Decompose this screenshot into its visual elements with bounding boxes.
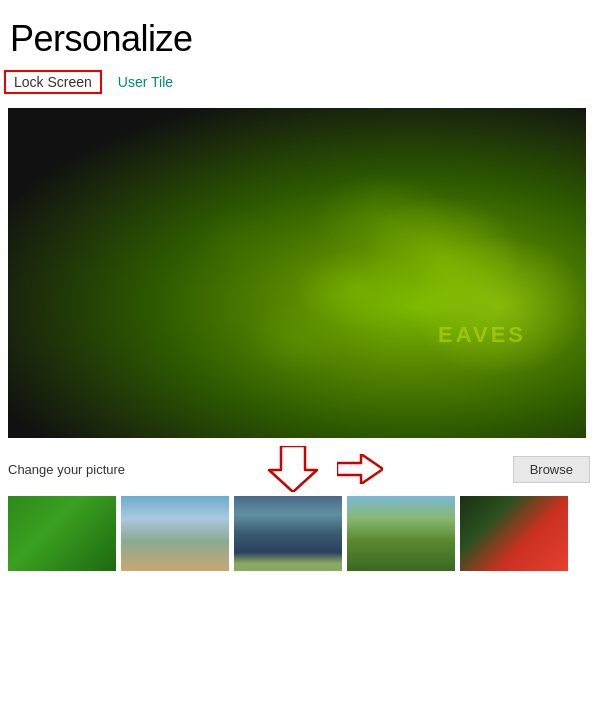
preview-background: EAVES — [8, 108, 586, 438]
browse-button[interactable]: Browse — [513, 456, 590, 483]
svg-marker-0 — [269, 446, 317, 492]
thumbnail-4[interactable] — [347, 496, 455, 571]
change-picture-label: Change your picture — [8, 462, 125, 477]
right-arrow-icon — [337, 454, 383, 484]
svg-marker-1 — [337, 454, 383, 484]
tab-lock-screen[interactable]: Lock Screen — [4, 70, 102, 94]
thumbnail-5[interactable] — [460, 496, 568, 571]
leaf-cluster-overlay — [8, 108, 586, 438]
eaves-text: EAVES — [438, 322, 526, 348]
tab-user-tile[interactable]: User Tile — [118, 72, 173, 92]
preview-container: EAVES — [8, 108, 586, 438]
page-title: Personalize — [0, 0, 598, 70]
down-arrow-icon — [263, 446, 323, 492]
thumbnails-row — [0, 496, 598, 581]
thumbnail-1[interactable] — [8, 496, 116, 571]
thumbnail-2[interactable] — [121, 496, 229, 571]
tabs-row: Lock Screen User Tile — [0, 70, 598, 94]
thumbnail-3[interactable] — [234, 496, 342, 571]
